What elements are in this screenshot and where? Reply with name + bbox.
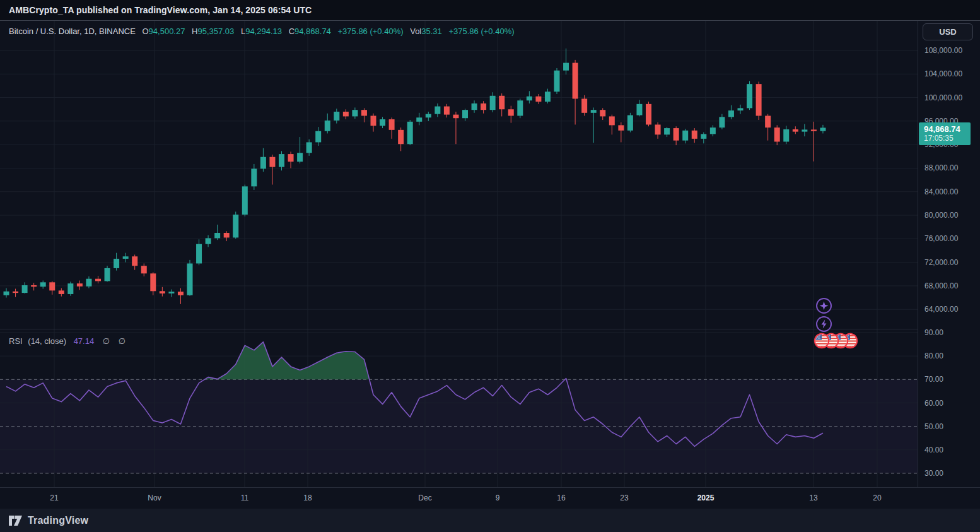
- us-flag-event-icons[interactable]: [813, 332, 860, 350]
- candle: [508, 109, 514, 115]
- price-tick-label: 68,000.00: [925, 281, 958, 290]
- candle: [747, 84, 752, 108]
- rsi-tick-label: 40.00: [925, 446, 943, 454]
- candle: [187, 263, 193, 295]
- candle: [260, 157, 266, 169]
- time-tick-label: Nov: [136, 494, 173, 502]
- candle: [627, 115, 633, 131]
- rsi-tick-label: 50.00: [925, 422, 943, 431]
- candle: [22, 285, 28, 293]
- time-tick-label: 11: [226, 494, 264, 502]
- candle: [481, 103, 486, 110]
- candle: [774, 127, 780, 141]
- candle: [4, 292, 9, 295]
- candle: [435, 107, 440, 114]
- change-value: +375.86 (+0.40%): [337, 27, 403, 36]
- rsi-ma1-value: ∅: [103, 336, 110, 346]
- time-tick-label: 13: [795, 494, 832, 502]
- candle: [160, 291, 165, 293]
- candle: [682, 131, 688, 141]
- rsi-title[interactable]: RSI: [9, 336, 23, 346]
- bar-countdown: 17:05:35: [924, 134, 971, 143]
- rsi-tick-label: 80.00: [925, 352, 943, 360]
- rsi-tick-label: 70.00: [925, 375, 943, 384]
- candle: [618, 125, 624, 130]
- candle: [371, 115, 376, 126]
- candle: [196, 244, 202, 264]
- rsi-params: (14, close): [28, 336, 66, 346]
- candle: [581, 98, 587, 112]
- price-tick-label: 72,000.00: [925, 258, 958, 267]
- candle: [573, 63, 578, 99]
- time-tick-label: 23: [605, 494, 643, 502]
- time-tick-label: 9: [479, 494, 516, 502]
- candle: [738, 108, 744, 110]
- currency-label: USD: [939, 27, 956, 37]
- time-tick-label: 2025: [687, 494, 725, 502]
- candle: [49, 282, 55, 290]
- candle: [664, 128, 670, 134]
- rsi-legend[interactable]: RSI (14, close) 47.14 ∅ ∅: [9, 336, 125, 346]
- candle: [105, 268, 110, 281]
- candle: [636, 104, 642, 115]
- lightning-icon[interactable]: [815, 316, 832, 333]
- volume-value: 35.31: [421, 27, 442, 36]
- candle: [132, 256, 137, 266]
- candle: [334, 112, 339, 121]
- candle: [398, 130, 404, 144]
- tradingview-brand-text[interactable]: TradingView: [28, 515, 88, 526]
- candle: [206, 238, 211, 244]
- symbol-legend[interactable]: Bitcoin / U.S. Dollar, 1D, BINANCE O94,5…: [9, 27, 515, 36]
- candle: [114, 259, 119, 268]
- published-info-bar: AMBCrypto_TA published on TradingView.co…: [0, 0, 980, 21]
- price-tick-label: 76,000.00: [925, 234, 958, 243]
- candle: [233, 215, 238, 237]
- price-tick-label: 64,000.00: [925, 305, 958, 314]
- candle: [655, 124, 661, 134]
- time-axis[interactable]: 21Nov1118Dec9162320251320: [0, 487, 980, 509]
- price-tick-label: 80,000.00: [925, 211, 958, 220]
- symbol-title[interactable]: Bitcoin / U.S. Dollar, 1D, BINANCE: [9, 27, 136, 36]
- candle: [802, 129, 807, 131]
- volume-change: +375.86 (+0.40%): [448, 27, 514, 36]
- candle: [472, 103, 477, 110]
- candle: [242, 186, 248, 215]
- price-tick-label: 84,000.00: [925, 187, 958, 196]
- tradingview-published-chart: AMBCrypto_TA published on TradingView.co…: [0, 0, 980, 532]
- candle: [59, 290, 64, 294]
- price-tick-label: 100,000.00: [925, 93, 962, 102]
- candle: [535, 97, 541, 102]
- candle: [31, 285, 37, 287]
- sparkle-ai-icon[interactable]: [815, 297, 832, 314]
- rsi-value: 47.14: [74, 336, 95, 346]
- candle: [306, 142, 312, 153]
- candle: [811, 129, 817, 131]
- candle: [692, 131, 697, 139]
- time-tick-label: Dec: [406, 494, 444, 502]
- candle: [710, 127, 716, 134]
- volume-label: Vol: [410, 27, 421, 36]
- last-price-badge: 94,868.74 17:05:35: [919, 122, 971, 145]
- candle: [591, 110, 597, 113]
- candle: [224, 233, 230, 237]
- price-chart-canvas[interactable]: [0, 21, 918, 329]
- currency-toggle-button[interactable]: USD: [923, 23, 973, 40]
- rsi-tick-label: 60.00: [925, 399, 943, 408]
- candle: [527, 97, 532, 101]
- price-axis[interactable]: USD 108,000.00104,000.00100,000.0096,000…: [918, 21, 980, 509]
- rsi-overbought-fill: [204, 342, 369, 379]
- rsi-tick-label: 30.00: [925, 469, 943, 478]
- candle: [416, 117, 422, 122]
- candle: [646, 104, 651, 125]
- tradingview-logo-icon[interactable]: [9, 515, 23, 526]
- rsi-chart-canvas[interactable]: [0, 329, 918, 487]
- candle: [453, 115, 458, 119]
- candle: [554, 71, 560, 92]
- open-value: 94,500.27: [149, 27, 185, 36]
- candle: [389, 119, 395, 130]
- candle: [251, 168, 257, 186]
- candle: [728, 110, 734, 117]
- candle: [150, 273, 156, 291]
- candle: [86, 279, 91, 287]
- candle: [756, 84, 762, 115]
